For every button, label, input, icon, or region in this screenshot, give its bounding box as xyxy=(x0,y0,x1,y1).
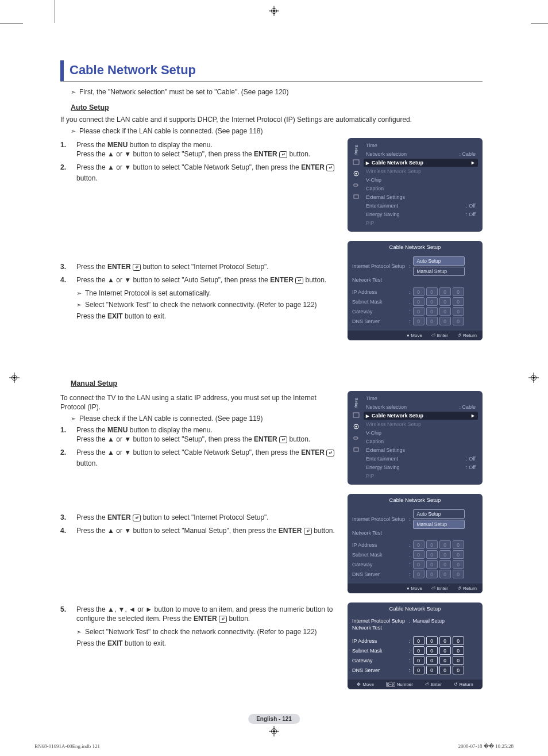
ip-octet-cell[interactable]: 0 xyxy=(426,636,438,645)
updown-icon: ♦ xyxy=(407,333,409,338)
auto-step-1: Press the MENU button to display the men… xyxy=(60,140,337,160)
osd-menu-item[interactable]: PIP xyxy=(364,219,478,227)
enter-icon xyxy=(326,164,334,174)
app-icon xyxy=(353,446,360,454)
osd-option-manual[interactable]: Manual Setup xyxy=(413,520,465,529)
osd-option-manual[interactable]: Manual Setup xyxy=(413,267,465,276)
ip-octet-cell[interactable]: 0 xyxy=(426,656,438,665)
intro-note: First, the "Network selection" must be s… xyxy=(79,87,483,97)
osd-menu-item[interactable]: External Settings xyxy=(364,193,478,201)
svg-point-22 xyxy=(356,173,357,175)
svg-rect-29 xyxy=(353,413,359,417)
ip-octet-cell[interactable]: 0 xyxy=(453,656,464,665)
osd-menu-item[interactable]: PIP xyxy=(364,472,478,480)
osd-menu-item[interactable]: ▸Cable Network Setup► xyxy=(364,159,478,167)
osd-ip-label: Gateway xyxy=(352,562,407,567)
svg-point-3 xyxy=(273,10,275,12)
osd-ips-label: Internet Protocol Setup xyxy=(352,618,407,624)
updown-icon: ♦ xyxy=(407,586,409,591)
ip-octet-cell: 0 xyxy=(413,570,424,578)
osd-ips-label: Internet Protocol Setup xyxy=(352,263,407,269)
osd-option-auto[interactable]: Auto Setup xyxy=(413,509,465,519)
svg-rect-20 xyxy=(353,160,359,164)
ip-octet-cell: 0 xyxy=(426,297,438,306)
osd-nettest-label: Network Test xyxy=(352,530,407,536)
ip-octet-cell[interactable]: 0 xyxy=(453,646,464,655)
registration-mark-icon xyxy=(9,373,20,383)
osd-sidebar-label: Setup xyxy=(354,398,358,408)
osd-ips-label: Internet Protocol Setup xyxy=(352,516,407,522)
enter-icon: ⏎ xyxy=(431,333,435,338)
manual-setup-lead: To connect the TV to the LAN using a sta… xyxy=(60,393,337,412)
ip-octet-cell[interactable]: 0 xyxy=(439,636,451,645)
osd-menu-item[interactable]: Time xyxy=(364,141,478,149)
ip-octet-cell: 0 xyxy=(439,307,451,316)
osd-menu-item[interactable]: Caption xyxy=(364,438,478,446)
auto-setup-heading: Auto Setup xyxy=(71,103,483,112)
osd-menu-item[interactable]: Entertainment: Off xyxy=(364,202,478,210)
osd-ip-label: DNS Server xyxy=(352,318,407,324)
ip-octet-cell: 0 xyxy=(453,307,464,316)
gear-icon xyxy=(353,170,360,178)
ip-octet-cell[interactable]: 0 xyxy=(426,646,438,655)
enter-icon xyxy=(219,616,227,625)
osd-sidebar-label: Setup xyxy=(354,145,358,155)
ip-octet-cell[interactable]: 0 xyxy=(453,636,464,645)
osd-option-auto[interactable]: Auto Setup xyxy=(413,256,465,266)
ip-octet-cell[interactable]: 0 xyxy=(439,666,451,674)
enter-icon xyxy=(326,450,334,459)
ip-octet-cell: 0 xyxy=(413,540,424,549)
osd-title: Cable Network Setup xyxy=(348,241,483,252)
osd-menu-item[interactable]: Network selection: Cable xyxy=(364,150,478,158)
note-arrow-icon: ➣ xyxy=(71,126,76,136)
ip-octet-cell[interactable]: 0 xyxy=(413,646,424,655)
osd-menu-item[interactable]: Time xyxy=(364,394,478,402)
manual-step-4: Press the ▲ or ▼ button to select "Manua… xyxy=(60,526,337,537)
number-icon: 0~9 xyxy=(386,682,395,687)
auto-setup-lead: If you connect the LAN cable and it supp… xyxy=(60,115,483,124)
osd-menu-item[interactable]: Energy Saving: Off xyxy=(364,463,478,471)
note-arrow-icon: ➣ xyxy=(71,87,76,97)
osd-menu-item[interactable]: V-Chip xyxy=(364,429,478,437)
ip-octet-cell: 0 xyxy=(453,570,464,578)
ip-octet-cell: 0 xyxy=(413,307,424,316)
ip-octet-cell[interactable]: 0 xyxy=(439,646,451,655)
ip-octet-cell[interactable]: 0 xyxy=(413,636,424,645)
auto-step-2: Press the ▲ or ▼ button to select "Cable… xyxy=(60,163,337,183)
osd-menu-item[interactable]: ▸Cable Network Setup► xyxy=(364,412,478,420)
ip-octet-cell: 0 xyxy=(439,550,451,559)
manual-step-1: Press the MENU button to display the men… xyxy=(60,425,337,446)
crop-mark xyxy=(0,23,23,24)
osd-menu-item[interactable]: External Settings xyxy=(364,446,478,454)
ip-octet-cell[interactable]: 0 xyxy=(453,666,464,674)
osd-menu-item[interactable]: Caption xyxy=(364,185,478,193)
ip-octet-cell[interactable]: 0 xyxy=(413,666,424,674)
osd-cable-manual-select: Cable Network Setup Internet Protocol Se… xyxy=(348,494,483,593)
osd-setup-menu: Setup TimeNetwork selection: Cable▸Cable… xyxy=(348,138,483,232)
registration-mark-icon xyxy=(528,373,539,383)
osd-ip-label: DNS Server xyxy=(352,571,407,577)
osd-menu-item[interactable]: Network selection: Cable xyxy=(364,403,478,411)
auto-step-3: Press the ENTER button to select "Intern… xyxy=(60,262,337,273)
ip-octet-cell[interactable]: 0 xyxy=(426,666,438,674)
osd-ip-label: Gateway xyxy=(352,658,407,663)
svg-point-11 xyxy=(532,377,535,379)
registration-mark-icon xyxy=(269,6,279,16)
ip-octet-cell[interactable]: 0 xyxy=(413,656,424,665)
note-arrow-icon: ➣ xyxy=(76,300,82,309)
svg-rect-23 xyxy=(354,195,358,198)
manual-step-3: Press the ENTER button to select "Intern… xyxy=(60,513,337,524)
manual-setup-heading: Manual Setup xyxy=(71,379,483,387)
osd-menu-item[interactable]: Wireless Network Setup xyxy=(364,420,478,428)
osd-menu-item[interactable]: V-Chip xyxy=(364,176,478,184)
ip-octet-cell[interactable]: 0 xyxy=(439,656,451,665)
enter-icon: ⏎ xyxy=(431,586,435,591)
osd-menu-item[interactable]: Entertainment: Off xyxy=(364,455,478,463)
ip-octet-cell: 0 xyxy=(453,287,464,296)
osd-menu-item[interactable]: Energy Saving: Off xyxy=(364,210,478,218)
osd-menu-item[interactable]: Wireless Network Setup xyxy=(364,167,478,175)
ip-octet-cell: 0 xyxy=(426,570,438,578)
osd-ip-label: IP Address xyxy=(352,542,407,548)
osd-ips-value: Manual Setup xyxy=(413,618,445,624)
ip-octet-cell: 0 xyxy=(426,307,438,316)
